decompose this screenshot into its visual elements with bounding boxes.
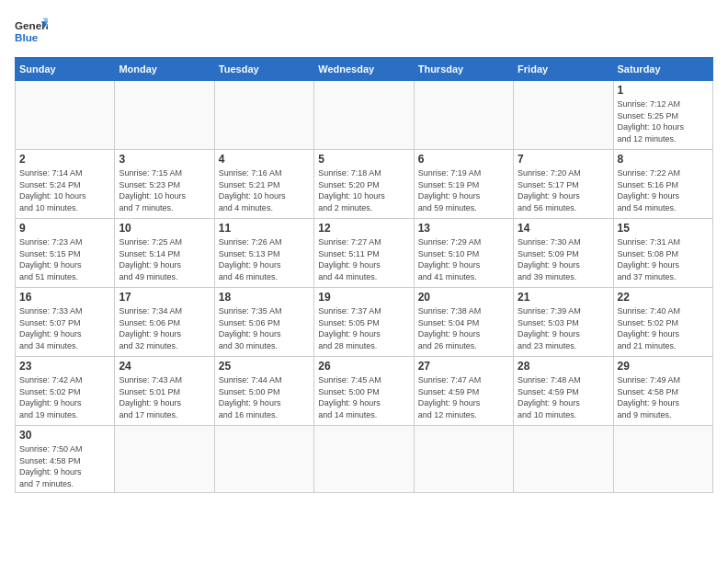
day-number: 27 (418, 360, 509, 373)
calendar-cell (314, 81, 414, 150)
calendar-cell (414, 81, 513, 150)
calendar-cell: 7Sunrise: 7:20 AMSunset: 5:17 PMDaylight… (514, 150, 613, 219)
day-number: 20 (418, 291, 509, 304)
day-info: Sunrise: 7:22 AMSunset: 5:16 PMDaylight:… (618, 167, 709, 213)
calendar-cell: 3Sunrise: 7:15 AMSunset: 5:23 PMDaylight… (115, 150, 214, 219)
day-info: Sunrise: 7:40 AMSunset: 5:02 PMDaylight:… (618, 305, 709, 351)
day-info: Sunrise: 7:43 AMSunset: 5:01 PMDaylight:… (119, 374, 210, 420)
calendar-cell: 4Sunrise: 7:16 AMSunset: 5:21 PMDaylight… (214, 150, 313, 219)
calendar-cell: 2Sunrise: 7:14 AMSunset: 5:24 PMDaylight… (16, 150, 115, 219)
calendar-cell (115, 426, 214, 493)
col-header-wednesday: Wednesday (314, 58, 414, 81)
calendar-cell (214, 81, 313, 150)
day-number: 26 (318, 360, 409, 373)
calendar-cell: 29Sunrise: 7:49 AMSunset: 4:58 PMDayligh… (613, 357, 712, 426)
day-info: Sunrise: 7:38 AMSunset: 5:04 PMDaylight:… (418, 305, 509, 351)
col-header-thursday: Thursday (414, 58, 513, 81)
calendar-cell: 10Sunrise: 7:25 AMSunset: 5:14 PMDayligh… (115, 219, 214, 288)
day-info: Sunrise: 7:12 AMSunset: 5:25 PMDaylight:… (618, 98, 709, 144)
day-info: Sunrise: 7:30 AMSunset: 5:09 PMDaylight:… (518, 236, 609, 282)
day-number: 30 (19, 429, 110, 442)
calendar-cell: 28Sunrise: 7:48 AMSunset: 4:59 PMDayligh… (514, 357, 613, 426)
day-info: Sunrise: 7:44 AMSunset: 5:00 PMDaylight:… (219, 374, 310, 420)
calendar-table: SundayMondayTuesdayWednesdayThursdayFrid… (15, 57, 713, 493)
day-info: Sunrise: 7:20 AMSunset: 5:17 PMDaylight:… (518, 167, 609, 213)
day-number: 10 (119, 222, 210, 235)
col-header-tuesday: Tuesday (214, 58, 313, 81)
calendar-week-row: 9Sunrise: 7:23 AMSunset: 5:15 PMDaylight… (16, 219, 713, 288)
svg-text:General: General (15, 19, 48, 31)
day-info: Sunrise: 7:16 AMSunset: 5:21 PMDaylight:… (219, 167, 310, 213)
calendar-cell (115, 81, 214, 150)
day-number: 6 (418, 153, 509, 166)
day-info: Sunrise: 7:50 AMSunset: 4:58 PMDaylight:… (19, 443, 110, 489)
day-number: 9 (19, 222, 110, 235)
calendar-cell: 11Sunrise: 7:26 AMSunset: 5:13 PMDayligh… (214, 219, 313, 288)
day-info: Sunrise: 7:42 AMSunset: 5:02 PMDaylight:… (19, 374, 110, 420)
day-number: 1 (618, 84, 709, 97)
day-number: 21 (518, 291, 609, 304)
col-header-friday: Friday (514, 58, 613, 81)
calendar-cell (214, 426, 313, 493)
day-info: Sunrise: 7:37 AMSunset: 5:05 PMDaylight:… (318, 305, 409, 351)
calendar-cell: 1Sunrise: 7:12 AMSunset: 5:25 PMDaylight… (613, 81, 712, 150)
day-info: Sunrise: 7:47 AMSunset: 4:59 PMDaylight:… (418, 374, 509, 420)
calendar-week-row: 23Sunrise: 7:42 AMSunset: 5:02 PMDayligh… (16, 357, 713, 426)
day-number: 2 (19, 153, 110, 166)
day-number: 29 (618, 360, 709, 373)
calendar-cell (613, 426, 712, 493)
day-number: 4 (219, 153, 310, 166)
calendar-cell: 27Sunrise: 7:47 AMSunset: 4:59 PMDayligh… (414, 357, 513, 426)
calendar-cell: 17Sunrise: 7:34 AMSunset: 5:06 PMDayligh… (115, 288, 214, 357)
day-number: 18 (219, 291, 310, 304)
day-number: 8 (618, 153, 709, 166)
col-header-saturday: Saturday (613, 58, 712, 81)
calendar-week-row: 2Sunrise: 7:14 AMSunset: 5:24 PMDaylight… (16, 150, 713, 219)
calendar-cell: 23Sunrise: 7:42 AMSunset: 5:02 PMDayligh… (16, 357, 115, 426)
calendar-week-row: 1Sunrise: 7:12 AMSunset: 5:25 PMDaylight… (16, 81, 713, 150)
day-number: 15 (618, 222, 709, 235)
day-number: 7 (518, 153, 609, 166)
calendar-week-row: 16Sunrise: 7:33 AMSunset: 5:07 PMDayligh… (16, 288, 713, 357)
day-number: 13 (418, 222, 509, 235)
calendar-cell (16, 81, 115, 150)
day-info: Sunrise: 7:18 AMSunset: 5:20 PMDaylight:… (318, 167, 409, 213)
calendar-cell: 16Sunrise: 7:33 AMSunset: 5:07 PMDayligh… (16, 288, 115, 357)
day-number: 17 (119, 291, 210, 304)
day-info: Sunrise: 7:33 AMSunset: 5:07 PMDaylight:… (19, 305, 110, 351)
calendar-week-row: 30Sunrise: 7:50 AMSunset: 4:58 PMDayligh… (16, 426, 713, 493)
calendar-cell: 9Sunrise: 7:23 AMSunset: 5:15 PMDaylight… (16, 219, 115, 288)
day-info: Sunrise: 7:23 AMSunset: 5:15 PMDaylight:… (19, 236, 110, 282)
calendar-cell: 21Sunrise: 7:39 AMSunset: 5:03 PMDayligh… (514, 288, 613, 357)
day-number: 28 (518, 360, 609, 373)
svg-text:Blue: Blue (15, 31, 39, 43)
day-info: Sunrise: 7:45 AMSunset: 5:00 PMDaylight:… (318, 374, 409, 420)
calendar-cell: 20Sunrise: 7:38 AMSunset: 5:04 PMDayligh… (414, 288, 513, 357)
calendar-cell: 25Sunrise: 7:44 AMSunset: 5:00 PMDayligh… (214, 357, 313, 426)
logo: General Blue (15, 15, 48, 48)
day-info: Sunrise: 7:48 AMSunset: 4:59 PMDaylight:… (518, 374, 609, 420)
logo-icon: General Blue (15, 15, 48, 48)
day-info: Sunrise: 7:26 AMSunset: 5:13 PMDaylight:… (219, 236, 310, 282)
day-info: Sunrise: 7:35 AMSunset: 5:06 PMDaylight:… (219, 305, 310, 351)
calendar-cell: 12Sunrise: 7:27 AMSunset: 5:11 PMDayligh… (314, 219, 414, 288)
day-info: Sunrise: 7:34 AMSunset: 5:06 PMDaylight:… (119, 305, 210, 351)
calendar-cell: 19Sunrise: 7:37 AMSunset: 5:05 PMDayligh… (314, 288, 414, 357)
calendar-cell: 13Sunrise: 7:29 AMSunset: 5:10 PMDayligh… (414, 219, 513, 288)
calendar-cell: 18Sunrise: 7:35 AMSunset: 5:06 PMDayligh… (214, 288, 313, 357)
calendar-cell: 26Sunrise: 7:45 AMSunset: 5:00 PMDayligh… (314, 357, 414, 426)
day-number: 19 (318, 291, 409, 304)
calendar-cell: 8Sunrise: 7:22 AMSunset: 5:16 PMDaylight… (613, 150, 712, 219)
day-number: 16 (19, 291, 110, 304)
day-number: 12 (318, 222, 409, 235)
day-number: 24 (119, 360, 210, 373)
calendar-cell: 14Sunrise: 7:30 AMSunset: 5:09 PMDayligh… (514, 219, 613, 288)
day-number: 25 (219, 360, 310, 373)
calendar-cell (414, 426, 513, 493)
calendar-cell (514, 426, 613, 493)
calendar-cell: 15Sunrise: 7:31 AMSunset: 5:08 PMDayligh… (613, 219, 712, 288)
day-info: Sunrise: 7:25 AMSunset: 5:14 PMDaylight:… (119, 236, 210, 282)
day-number: 5 (318, 153, 409, 166)
day-number: 23 (19, 360, 110, 373)
day-info: Sunrise: 7:15 AMSunset: 5:23 PMDaylight:… (119, 167, 210, 213)
